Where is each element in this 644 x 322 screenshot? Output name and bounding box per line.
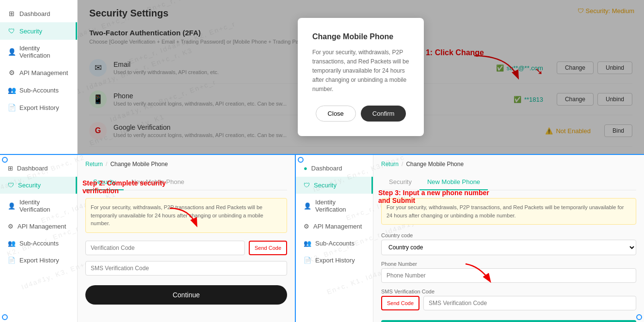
- identity-icon: 👤: [8, 48, 16, 56]
- subaccounts-icon: 👥: [8, 86, 16, 94]
- export-icon-l: 📄: [8, 257, 16, 264]
- country-code-group: Country code Country code: [381, 232, 636, 255]
- sidebar-item-dashboard[interactable]: ⊞ Dashboard: [0, 5, 77, 22]
- modal-actions: Close Confirm: [312, 106, 409, 122]
- identity-icon-r: 👤: [304, 202, 311, 210]
- api-icon-l: ⚙: [8, 223, 14, 230]
- breadcrumb-return-left[interactable]: Return: [85, 161, 103, 168]
- verification-code-input[interactable]: [85, 241, 245, 255]
- right-sidebar-sub[interactable]: 👥 Sub-Accounts: [296, 235, 373, 252]
- export-icon-r: 📄: [304, 257, 311, 264]
- export-icon: 📄: [8, 104, 16, 111]
- left-sidebar: ⊞ Dashboard 🛡 Security 👤 Identity Verifi…: [0, 155, 78, 322]
- dashboard-icon-l: ⊞: [8, 165, 13, 172]
- sidebar-item-api[interactable]: ⚙ API Management: [0, 64, 77, 81]
- phone-number-label: Phone Number: [381, 261, 636, 267]
- left-sidebar-sub[interactable]: 👥 Sub-Accounts: [0, 235, 77, 252]
- country-code-select[interactable]: Country code: [381, 240, 636, 255]
- identity-icon-l: 👤: [8, 202, 16, 210]
- change-mobile-modal: Change Mobile Phone For your security, w…: [298, 18, 424, 137]
- sub-icon-r: 👥: [304, 240, 311, 247]
- api-icon-r: ⚙: [304, 223, 309, 230]
- dashboard-icon: ⊞: [8, 10, 16, 17]
- sidebar-item-subaccounts[interactable]: 👥 Sub-Accounts: [0, 81, 77, 99]
- modal-confirm-button[interactable]: Confirm: [361, 106, 406, 122]
- sms-verification-input-left[interactable]: [85, 261, 287, 276]
- verification-code-group: Send Code: [85, 241, 287, 255]
- left-sidebar-export[interactable]: 📄 Export History: [0, 252, 77, 269]
- left-sidebar-dashboard[interactable]: ⊞ Dashboard: [0, 160, 77, 177]
- breadcrumb-current-left: Change Mobile Phone: [110, 161, 168, 168]
- step2-arrow-svg: [165, 206, 204, 230]
- right-sidebar-identity[interactable]: 👤 Identity Verification: [296, 194, 373, 218]
- right-tabs: Security New Mobile Phone: [381, 174, 636, 190]
- right-sidebar-export[interactable]: 📄 Export History: [296, 252, 373, 269]
- phone-number-input[interactable]: [381, 268, 636, 283]
- step2-label: Step 2: Complete security verification: [82, 179, 175, 195]
- modal-body: For your security, withdrawals, P2P tran…: [312, 48, 409, 94]
- tab-security-right[interactable]: Security: [381, 174, 419, 190]
- right-breadcrumb: Return / Change Mobile Phone: [381, 161, 636, 168]
- security-icon: 🛡: [8, 27, 16, 35]
- sms-code-group-right: SMS Verification Code Send Code: [381, 289, 636, 310]
- right-sidebar-security[interactable]: 🛡 Security: [296, 177, 373, 194]
- left-sidebar-api[interactable]: ⚙ API Management: [0, 218, 77, 235]
- sidebar-item-security[interactable]: 🛡 Security: [0, 22, 77, 40]
- continue-button[interactable]: Continue: [85, 285, 287, 305]
- sidebar: ⊞ Dashboard 🛡 Security 👤 Identity Verifi…: [0, 0, 78, 154]
- country-code-label: Country code: [381, 232, 636, 238]
- corner-circle-tr: [298, 157, 304, 163]
- api-icon: ⚙: [8, 69, 16, 77]
- step3-arrow1-svg: [461, 261, 499, 286]
- corner-circle-tl: [2, 157, 8, 163]
- security-icon-l: 🛡: [8, 182, 14, 189]
- dashboard-icon-r: ●: [304, 165, 307, 172]
- phone-number-group: Phone Number: [381, 261, 636, 283]
- left-sidebar-security[interactable]: 🛡 Security: [0, 177, 77, 194]
- sms-code-label: SMS Verification Code: [381, 289, 636, 294]
- corner-circle-bl: [2, 314, 8, 320]
- security-icon-r: 🛡: [304, 182, 310, 189]
- right-sidebar: ● Dashboard 🛡 Security 👤 Identity Verifi…: [296, 155, 373, 322]
- right-sidebar-dashboard[interactable]: ● Dashboard: [296, 160, 373, 177]
- tab-new-phone-right[interactable]: New Mobile Phone: [419, 174, 488, 190]
- left-sidebar-identity[interactable]: 👤 Identity Verification: [0, 194, 77, 218]
- left-breadcrumb: Return / Change Mobile Phone: [85, 161, 287, 168]
- send-code-button-left[interactable]: Send Code: [249, 241, 287, 255]
- sms-code-group-left: [85, 261, 287, 276]
- breadcrumb-current-right: Change Mobile Phone: [406, 161, 464, 168]
- modal-close-button[interactable]: Close: [316, 106, 356, 122]
- breadcrumb-return-right[interactable]: Return: [381, 161, 399, 168]
- sidebar-item-export[interactable]: 📄 Export History: [0, 99, 77, 116]
- send-code-button-right[interactable]: Send Code: [381, 296, 419, 310]
- sms-code-input-right[interactable]: [423, 296, 636, 310]
- step3-label: Step 3: Input a new phone number and Sub…: [378, 189, 490, 204]
- modal-overlay: Change Mobile Phone For your security, w…: [78, 0, 644, 154]
- sub-icon-l: 👥: [8, 240, 16, 247]
- modal-title: Change Mobile Phone: [312, 32, 409, 41]
- submit-button[interactable]: Submit: [381, 320, 636, 322]
- sidebar-item-identity[interactable]: 👤 Identity Verification: [0, 40, 77, 64]
- right-sidebar-api[interactable]: ⚙ API Management: [296, 218, 373, 235]
